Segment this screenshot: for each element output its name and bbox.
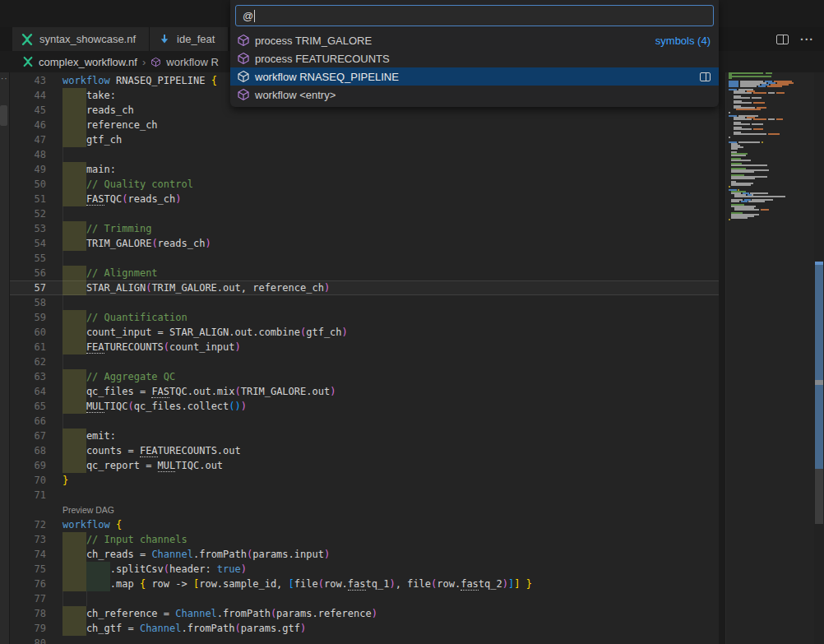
indent-highlight — [62, 369, 86, 384]
code-line[interactable]: 53// Trimming — [10, 221, 719, 236]
indent-highlight — [62, 384, 86, 399]
code-text: .map { row -> [row.sample_id, [file(row.… — [110, 577, 532, 591]
line-number: 80 — [10, 636, 46, 644]
quick-pick-item[interactable]: workflow <entry> — [230, 86, 719, 104]
code-line[interactable]: 48 — [10, 147, 719, 162]
symbol-cube-icon — [237, 34, 250, 47]
minimap-line — [734, 196, 785, 197]
line-number: 44 — [10, 88, 46, 103]
code-line[interactable]: 66 — [10, 414, 719, 429]
indent-highlight — [62, 118, 86, 132]
minimap-line — [768, 133, 780, 135]
code-line[interactable]: 79ch_gtf = Channel.fromPath(params.gtf) — [10, 621, 719, 636]
code-line[interactable]: 76.map { row -> [row.sample_id, [file(ro… — [10, 577, 719, 591]
line-number: 71 — [10, 488, 46, 503]
quick-pick-item[interactable]: process TRIM_GALOREsymbols (4) — [230, 31, 719, 49]
code-line[interactable]: 71 — [10, 488, 719, 503]
line-number: 43 — [10, 73, 46, 88]
minimap[interactable] — [725, 72, 814, 644]
code-editor[interactable]: 43workflow RNASEQ_PIPELINE {44take:45rea… — [10, 72, 719, 644]
collapsed-side-strip: ·· — [0, 72, 10, 644]
tab-ide-features[interactable]: ide_feat — [150, 27, 229, 51]
open-to-side-icon[interactable] — [700, 72, 711, 81]
code-line[interactable]: 50// Quality control — [10, 177, 719, 192]
indent-guide — [62, 414, 63, 429]
nextflow-icon — [21, 33, 34, 46]
indent-highlight — [62, 606, 86, 621]
indent-highlight — [62, 177, 86, 192]
code-text: qc_files = FASTQC.out.mix(TRIM_GALORE.ou… — [86, 384, 336, 399]
code-line[interactable]: 74ch_reads = Channel.fromPath(params.inp… — [10, 547, 719, 562]
line-number: 72 — [10, 517, 46, 532]
code-text: counts = FEATURECOUNTS.out — [86, 443, 241, 458]
minimap-line — [752, 97, 762, 99]
code-line[interactable]: 59// Quantification — [10, 310, 719, 325]
code-line[interactable]: 57STAR_ALIGN(TRIM_GALORE.out, reference_… — [10, 280, 719, 295]
code-line[interactable]: 62 — [10, 354, 719, 369]
minimap-line — [731, 148, 738, 150]
split-editor-icon[interactable] — [776, 35, 789, 44]
indent-highlight — [62, 547, 86, 562]
minimap-line — [736, 109, 761, 110]
quick-pick-item[interactable]: workflow RNASEQ_PIPELINE — [230, 67, 719, 86]
quick-pick-item[interactable]: process FEATURECOUNTS — [230, 49, 719, 67]
code-line[interactable]: 70} — [10, 473, 719, 488]
code-text: take: — [86, 88, 116, 103]
line-number: 69 — [10, 458, 46, 473]
minimap-line — [729, 77, 732, 79]
code-line[interactable]: 68counts = FEATURECOUNTS.out — [10, 443, 719, 458]
quick-pick-input[interactable]: @ — [235, 5, 714, 26]
scrollbar-decoration[interactable] — [815, 469, 823, 524]
code-line[interactable]: 60count_input = STAR_ALIGN.out.combine(g… — [10, 325, 719, 340]
code-line[interactable]: 47gtf_ch — [10, 132, 719, 147]
line-number: 61 — [10, 340, 46, 354]
line-number: 50 — [10, 177, 46, 192]
code-text: main: — [86, 162, 116, 177]
code-line[interactable]: 63// Aggregate QC — [10, 369, 719, 384]
code-line[interactable]: 64qc_files = FASTQC.out.mix(TRIM_GALORE.… — [10, 384, 719, 399]
code-line[interactable]: 73// Input channels — [10, 532, 719, 547]
code-line[interactable]: 80 — [10, 636, 719, 644]
code-line[interactable]: 56// Alignment — [10, 266, 719, 280]
code-line[interactable]: 55 — [10, 251, 719, 266]
side-strip-thumb[interactable] — [0, 105, 7, 126]
code-line[interactable]: 75.splitCsv(header: true) — [10, 562, 719, 577]
code-text: reference_ch — [86, 118, 158, 132]
code-line[interactable]: 49main: — [10, 162, 719, 177]
code-line[interactable]: 54TRIM_GALORE(reads_ch) — [10, 236, 719, 251]
code-text: TRIM_GALORE(reads_ch) — [86, 236, 211, 251]
symbol-cube-icon — [237, 88, 250, 101]
scrollbar-decoration[interactable] — [815, 385, 823, 469]
more-actions-icon[interactable]: ··· — [800, 35, 814, 44]
indent-highlight — [62, 236, 86, 251]
minimap-line — [752, 123, 763, 125]
code-line[interactable]: 61FEATURECOUNTS(count_input) — [10, 340, 719, 354]
minimap-line — [729, 72, 763, 74]
code-line[interactable]: 51FASTQC(reads_ch) — [10, 192, 719, 206]
line-number: 48 — [10, 147, 46, 162]
code-line[interactable]: 69qc_report = MULTIQC.out — [10, 458, 719, 473]
code-text: gtf_ch — [86, 132, 122, 147]
code-line[interactable]: 67emit: — [10, 429, 719, 443]
code-line[interactable]: 58 — [10, 295, 719, 310]
code-line[interactable]: 77 — [10, 591, 719, 606]
editor-scrollbar[interactable] — [814, 72, 824, 644]
indent-highlight — [62, 340, 86, 354]
scrollbar-decoration[interactable] — [815, 265, 823, 380]
codelens-preview-dag[interactable]: Preview DAG — [62, 503, 114, 517]
tab-syntax-showcase[interactable]: syntax_showcase.nf — [12, 27, 150, 51]
minimap-line — [767, 86, 782, 87]
code-text: FEATURECOUNTS(count_input) — [86, 340, 241, 354]
code-line[interactable]: 65MULTIQC(qc_files.collect()) — [10, 399, 719, 414]
indent-highlight — [62, 280, 86, 295]
minimap-line — [731, 201, 739, 202]
breadcrumb-file[interactable]: complex_workflow.nf — [39, 56, 137, 68]
code-line[interactable]: 52 — [10, 206, 719, 221]
indent-highlight — [62, 562, 86, 577]
symbols-count-link[interactable]: symbols (4) — [655, 35, 711, 47]
code-line[interactable]: 72workflow { — [10, 517, 719, 532]
code-line[interactable]: 46reference_ch — [10, 118, 719, 132]
code-line[interactable]: 78ch_reference = Channel.fromPath(params… — [10, 606, 719, 621]
breadcrumb-symbol[interactable]: workflow R — [166, 56, 219, 68]
vscode-window: syntax_showcase.nf ide_feat ··· complex_… — [0, 0, 824, 644]
